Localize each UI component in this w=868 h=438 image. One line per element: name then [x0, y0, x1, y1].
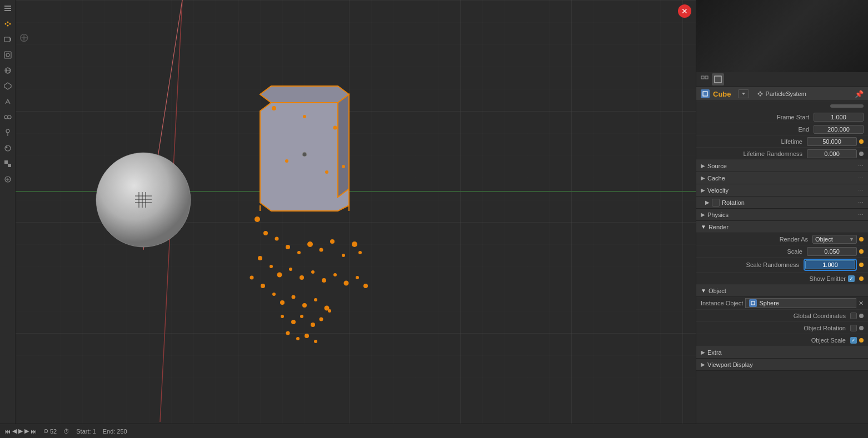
- instance-type-icon: [749, 299, 757, 307]
- sidebar-icon-material[interactable]: [2, 142, 14, 154]
- global-coordinates-dot: [859, 314, 864, 318]
- dropdown-icon[interactable]: [738, 89, 749, 98]
- svg-point-72: [333, 273, 337, 276]
- render-as-row: Render As Object ▼: [696, 233, 868, 245]
- svg-rect-9: [4, 52, 11, 58]
- source-expand-icon: ⋯: [858, 163, 864, 169]
- cache-section[interactable]: ▶ Cache ⋯: [696, 172, 868, 184]
- object-section[interactable]: ▼ Object: [696, 285, 868, 297]
- next-frame-icon[interactable]: ▶: [24, 427, 29, 435]
- scale-value[interactable]: 0.050: [807, 247, 857, 256]
- start-frame: Start: 1: [76, 428, 96, 435]
- svg-marker-98: [742, 93, 745, 95]
- svg-rect-96: [715, 76, 721, 83]
- viewport-3d[interactable]: ✕ ⊕: [16, 0, 696, 424]
- frame-start-value[interactable]: 1.000: [814, 113, 864, 122]
- pin-button[interactable]: 📌: [855, 90, 864, 98]
- show-emitter-dot: [859, 276, 864, 281]
- lifetime-randomness-row: Lifetime Randomness 0.000: [696, 148, 868, 160]
- svg-point-86: [300, 315, 303, 318]
- velocity-section[interactable]: ▶ Velocity ⋯: [696, 184, 868, 197]
- global-coordinates-checkbox[interactable]: [850, 313, 857, 319]
- sidebar-icon-render[interactable]: [2, 49, 14, 61]
- bottom-bar: ⏮ ◀ ▶ ▶ ⏭ ⊙ 52 ⏱ Start: 1 End: 250: [0, 424, 868, 438]
- svg-point-101: [761, 93, 762, 95]
- svg-point-49: [303, 115, 306, 118]
- svg-marker-44: [338, 94, 349, 197]
- render-section[interactable]: ▼ Render: [696, 221, 868, 233]
- object-scale-row: Object Scale: [696, 334, 868, 346]
- jump-end-icon[interactable]: ⏭: [31, 428, 37, 435]
- object-rotation-dot: [859, 326, 864, 330]
- instance-object-value[interactable]: Sphere: [745, 298, 856, 308]
- panel-tab-particles[interactable]: [712, 73, 724, 85]
- end-value[interactable]: 200.000: [814, 125, 864, 134]
- scale-randomness-highlight: 1.000: [804, 259, 857, 271]
- object-scale-checkbox[interactable]: [850, 337, 857, 344]
- viewport-display-section[interactable]: ▶ Viewport Display: [696, 359, 868, 371]
- sidebar-icon-shading[interactable]: [2, 158, 14, 170]
- svg-rect-97: [703, 92, 707, 96]
- rotation-expand-icon: ⋯: [858, 199, 864, 205]
- svg-point-91: [296, 337, 300, 340]
- sidebar-icon-camera[interactable]: [2, 33, 14, 46]
- prev-frame-icon[interactable]: ◀: [12, 427, 17, 435]
- panel-tab-scene[interactable]: [699, 73, 711, 85]
- clock-icon: ⏱: [63, 428, 69, 435]
- svg-point-89: [328, 309, 331, 313]
- lifetime-row: Lifetime 50.000: [696, 135, 868, 148]
- panel-properties-content: Frame Start 1.000 End 200.000 Lifetime 5…: [696, 101, 868, 424]
- close-icon[interactable]: ✕: [678, 4, 691, 18]
- rotation-gizmo[interactable]: ⊕: [19, 31, 29, 45]
- jump-start-icon[interactable]: ⏮: [4, 428, 11, 435]
- lifetime-label: Lifetime: [701, 138, 807, 145]
- svg-point-77: [261, 284, 265, 288]
- lifetime-dot: [859, 139, 864, 144]
- source-section[interactable]: ▶ Source ⋯: [696, 160, 868, 172]
- object-rotation-checkbox[interactable]: [850, 325, 857, 331]
- sidebar-icon-scene[interactable]: [2, 64, 14, 77]
- svg-point-75: [363, 284, 368, 288]
- sidebar-icon-object[interactable]: [2, 80, 14, 92]
- extra-section[interactable]: ▶ Extra: [696, 346, 868, 359]
- start-value[interactable]: 1: [93, 428, 96, 435]
- velocity-title: Velocity: [707, 187, 858, 194]
- svg-rect-1: [4, 8, 11, 9]
- svg-point-63: [352, 241, 357, 247]
- particle-system-name: ParticleSystem: [766, 90, 806, 97]
- rotation-section[interactable]: ▶ Rotation ⋯: [696, 197, 868, 209]
- velocity-arrow: ▶: [701, 187, 705, 193]
- rotation-title: Rotation: [722, 199, 858, 206]
- sidebar-icon-extra2[interactable]: [2, 173, 14, 185]
- end-value-bottom[interactable]: 250: [117, 428, 127, 435]
- svg-rect-94: [701, 76, 704, 79]
- panel-thumbnail: [696, 0, 868, 72]
- lifetime-value[interactable]: 50.000: [807, 137, 857, 146]
- scale-randomness-label: Scale Randomness: [701, 261, 804, 268]
- svg-point-79: [280, 300, 285, 305]
- rotation-checkbox[interactable]: [712, 199, 720, 207]
- physics-section[interactable]: ▶ Physics ⋯: [696, 209, 868, 221]
- frame-number[interactable]: 52: [50, 428, 57, 435]
- sidebar-icon-0[interactable]: [2, 2, 14, 14]
- svg-point-92: [305, 334, 309, 338]
- sidebar-icon-particles[interactable]: [2, 18, 14, 30]
- show-emitter-checkbox[interactable]: [848, 275, 855, 282]
- instance-object-row: Instance Object Sphere ✕: [696, 297, 868, 310]
- svg-point-50: [333, 126, 337, 130]
- sidebar-icon-data[interactable]: [2, 127, 14, 139]
- end-row: End 200.000: [696, 123, 868, 135]
- frame-controls[interactable]: ⏮ ◀ ▶ ▶ ⏭: [4, 427, 37, 435]
- svg-point-4: [7, 22, 8, 23]
- lifetime-randomness-value[interactable]: 0.000: [807, 149, 857, 158]
- sidebar-icon-constraints[interactable]: [2, 111, 14, 123]
- sidebar-icon-modifier[interactable]: [2, 95, 14, 108]
- svg-point-64: [358, 251, 362, 254]
- svg-point-53: [325, 170, 328, 174]
- instance-close-button[interactable]: ✕: [859, 300, 864, 307]
- sidebar-left: [0, 0, 16, 424]
- object-type-icon: [701, 89, 710, 98]
- play-icon[interactable]: ▶: [18, 427, 23, 435]
- render-as-dropdown[interactable]: Object ▼: [812, 235, 857, 244]
- scale-randomness-value[interactable]: 1.000: [805, 260, 855, 269]
